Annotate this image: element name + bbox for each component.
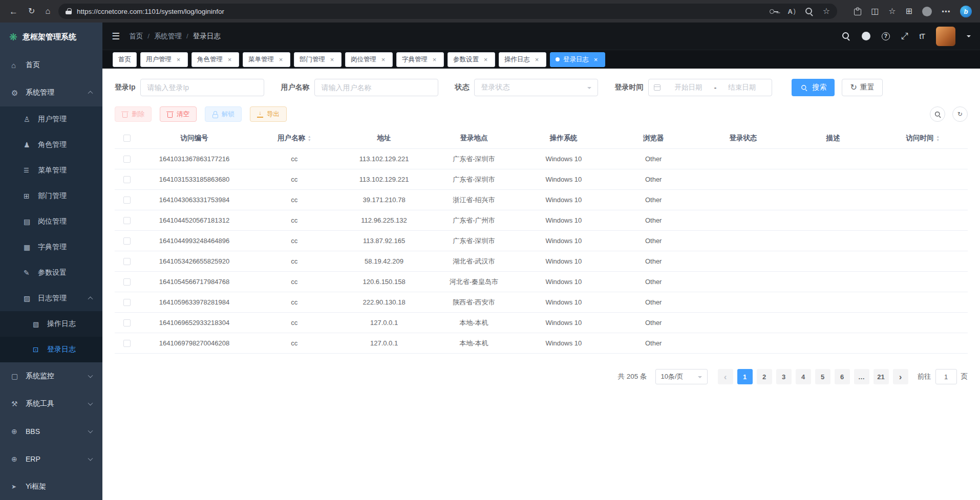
page-button[interactable]: 3 [776, 369, 792, 384]
action-button[interactable]: 导出 [250, 106, 287, 122]
close-icon[interactable] [482, 56, 489, 63]
help-icon[interactable] [882, 32, 890, 40]
breadcrumb-home[interactable]: 首页 [129, 32, 143, 41]
view-tab[interactable]: 菜单管理 [243, 52, 290, 67]
fullscreen-icon[interactable] [901, 32, 908, 40]
extensions-icon[interactable] [854, 7, 861, 15]
row-checkbox[interactable] [123, 197, 131, 204]
sidebar-item[interactable]: 登录日志 [0, 337, 102, 362]
close-icon[interactable] [533, 56, 541, 63]
user-name-input[interactable] [314, 79, 438, 96]
font-size-icon[interactable] [920, 33, 925, 40]
row-checkbox[interactable] [123, 156, 131, 163]
table-tool-button[interactable] [930, 106, 945, 122]
read-aloud-icon[interactable] [787, 8, 795, 15]
search-icon[interactable] [842, 32, 850, 40]
view-tab[interactable]: 操作日志 [499, 52, 546, 67]
sidebar-item[interactable]: Yi框架 [0, 473, 102, 500]
sidebar-item[interactable]: 操作日志 [0, 311, 102, 337]
close-icon[interactable] [379, 56, 387, 63]
row-checkbox[interactable] [123, 258, 131, 265]
refresh-icon[interactable] [28, 7, 35, 15]
next-page-button[interactable] [893, 369, 908, 384]
caret-down-icon[interactable] [967, 33, 971, 39]
reset-button[interactable]: 重置 [842, 79, 882, 96]
close-icon[interactable] [175, 56, 182, 63]
favorite-add-icon[interactable] [823, 7, 830, 15]
row-checkbox[interactable] [123, 319, 131, 327]
sidebar-item[interactable]: 菜单管理 [0, 158, 102, 183]
search-button[interactable]: 搜索 [792, 79, 835, 96]
bing-icon[interactable] [960, 6, 972, 17]
page-button[interactable]: 1 [737, 369, 753, 384]
favorites-icon[interactable] [888, 7, 896, 15]
user-avatar[interactable] [936, 27, 955, 46]
url-text[interactable]: https://ccnetcore.com:1101/system/log/lo… [77, 8, 224, 15]
sidebar-item[interactable]: 部门管理 [0, 183, 102, 209]
breadcrumb-system[interactable]: 系统管理 [143, 32, 182, 41]
address-bar[interactable]: https://ccnetcore.com:1101/system/log/lo… [58, 4, 837, 19]
sidebar-item[interactable]: ERP [0, 445, 102, 473]
view-tab[interactable]: 用户管理 [140, 52, 188, 67]
page-button[interactable]: 4 [796, 369, 811, 384]
view-tab[interactable]: 部门管理 [294, 52, 342, 67]
action-button[interactable]: 删除 [115, 106, 152, 122]
close-icon[interactable] [328, 56, 336, 63]
sidebar-item[interactable]: 角色管理 [0, 132, 102, 158]
sidebar-item[interactable]: 参数设置 [0, 260, 102, 286]
sidebar-item[interactable]: BBS [0, 418, 102, 445]
view-tab[interactable]: 首页 [113, 52, 137, 67]
view-tab[interactable]: 岗位管理 [345, 52, 393, 67]
password-key-icon[interactable] [770, 7, 778, 15]
row-checkbox[interactable] [123, 299, 131, 306]
page-size-select[interactable]: 10条/页 [655, 369, 708, 384]
page-button[interactable]: 2 [757, 369, 772, 384]
page-button[interactable]: … [854, 369, 869, 384]
action-button[interactable]: 清空 [160, 106, 197, 122]
page-button[interactable]: 5 [815, 369, 830, 384]
github-icon[interactable] [862, 32, 870, 40]
close-icon[interactable] [277, 56, 285, 63]
date-end[interactable]: 结束日期 [717, 83, 766, 92]
sidebar-item[interactable]: 系统管理 [0, 79, 102, 106]
sidebar-item[interactable]: 岗位管理 [0, 209, 102, 234]
more-icon[interactable] [942, 7, 950, 16]
sidebar-item[interactable]: 系统监控 [0, 362, 102, 390]
view-tab[interactable]: 登录日志 [550, 52, 605, 67]
close-icon[interactable] [431, 56, 438, 63]
zoom-out-icon[interactable] [805, 7, 814, 16]
prev-page-button[interactable] [718, 369, 733, 384]
sidebar-item[interactable]: 系统工具 [0, 390, 102, 418]
row-checkbox[interactable] [123, 278, 131, 286]
sidebar-item[interactable]: 用户管理 [0, 106, 102, 132]
sidebar-item[interactable]: 日志管理 [0, 286, 102, 311]
login-time-range[interactable]: 开始日期 - 结束日期 [648, 79, 772, 96]
collections-icon[interactable] [906, 7, 912, 15]
view-tab[interactable]: 参数设置 [448, 52, 495, 67]
select-all-checkbox[interactable] [123, 135, 131, 142]
row-checkbox[interactable] [123, 340, 131, 347]
goto-page-input[interactable] [935, 369, 957, 384]
view-tab[interactable]: 角色管理 [191, 52, 239, 67]
date-start[interactable]: 开始日期 [664, 83, 713, 92]
back-icon[interactable] [9, 7, 18, 16]
sort-icon[interactable] [936, 135, 940, 142]
sort-icon[interactable] [308, 135, 311, 142]
row-checkbox[interactable] [123, 176, 131, 183]
sidebar-item[interactable]: 字典管理 [0, 234, 102, 260]
page-button[interactable]: 21 [874, 369, 889, 384]
hamburger-icon[interactable] [112, 32, 120, 41]
login-ip-input[interactable] [140, 79, 264, 96]
page-button[interactable]: 6 [835, 369, 850, 384]
table-tool-button[interactable] [952, 106, 968, 122]
close-icon[interactable] [592, 56, 600, 63]
status-select[interactable]: 登录状态 [474, 79, 598, 96]
view-tab[interactable]: 字典管理 [396, 52, 444, 67]
action-button[interactable]: 解锁 [205, 106, 242, 122]
row-checkbox[interactable] [123, 237, 131, 245]
close-icon[interactable] [226, 56, 233, 63]
row-checkbox[interactable] [123, 217, 131, 224]
split-screen-icon[interactable] [871, 7, 879, 15]
browser-home-icon[interactable] [45, 7, 50, 15]
sidebar-item[interactable]: 首页 [0, 51, 102, 79]
